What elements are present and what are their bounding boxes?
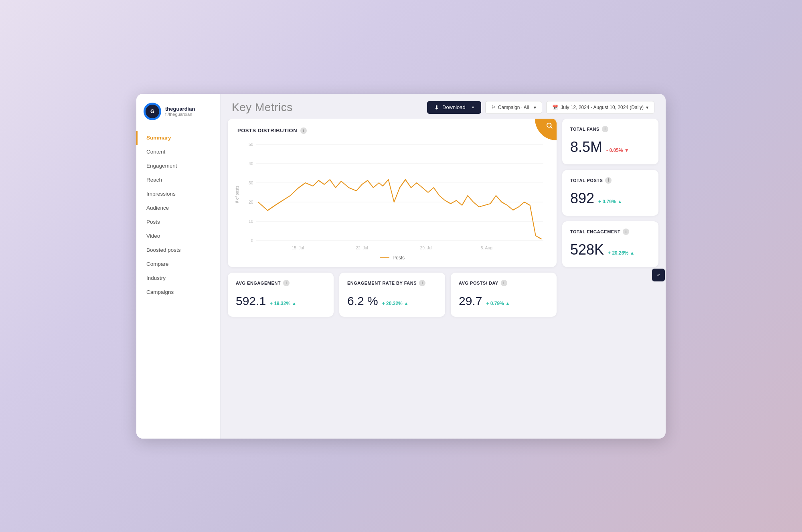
legend-line xyxy=(380,257,389,258)
svg-text:30: 30 xyxy=(249,180,253,185)
engagement-rate-bottom: 6.2 % + 20.32% ▲ xyxy=(347,294,437,309)
sidebar-item-boosted-posts[interactable]: Boosted posts xyxy=(136,243,220,257)
date-range-label: July 12, 2024 - August 10, 2024 (Daily) xyxy=(561,105,644,110)
avg-posts-day-card: AVG POSTS/ DAY i 29.7 + 0.79% ▲ xyxy=(451,273,557,317)
avg-engagement-value: 592.1 xyxy=(236,294,266,308)
sidebar-item-compare[interactable]: Compare xyxy=(136,257,220,271)
brand-handle: f /theguardian xyxy=(165,112,195,117)
total-fans-bottom: 8.5M - 0.05% ▼ xyxy=(570,139,650,157)
total-engagement-arrow-icon: ▲ xyxy=(630,250,634,256)
svg-text:20: 20 xyxy=(249,199,253,204)
total-engagement-info-icon[interactable]: i xyxy=(623,229,629,235)
topbar: Key Metrics ⬇ Download ▾ ⚐ Campaign · Al… xyxy=(221,94,666,119)
dashboard-body: POSTS DISTRIBUTION i # of posts xyxy=(221,119,666,439)
avg-posts-day-value: 29.7 xyxy=(459,294,482,308)
total-fans-arrow-icon: ▼ xyxy=(624,148,629,153)
avg-engagement-info-icon[interactable]: i xyxy=(283,280,290,286)
campaign-label: Campaign · All xyxy=(498,105,529,110)
download-icon: ⬇ xyxy=(434,104,439,111)
total-fans-label: TOTAL FANS i xyxy=(570,126,650,132)
engagement-rate-info-icon[interactable]: i xyxy=(419,280,425,286)
total-engagement-value: 528K xyxy=(570,241,604,258)
date-chevron-icon: ▾ xyxy=(646,105,648,110)
topbar-controls: ⬇ Download ▾ ⚐ Campaign · All ▾ 📅 July 1… xyxy=(427,101,654,114)
date-range-button[interactable]: 📅 July 12, 2024 - August 10, 2024 (Daily… xyxy=(546,101,654,114)
page-title: Key Metrics xyxy=(232,101,293,114)
sidebar-item-campaigns[interactable]: Campaigns xyxy=(136,285,220,299)
engagement-rate-card: ENGAGEMENT RATE BY FANS i 6.2 % + 20.32%… xyxy=(339,273,445,317)
chart-info-icon[interactable]: i xyxy=(300,127,307,134)
sidebar-item-summary[interactable]: Summary xyxy=(136,131,220,145)
logo-icon-inner: G xyxy=(145,104,160,119)
right-wrapper: « TOTAL FANS i 8.5M - 0.05% ▼ xyxy=(562,119,658,431)
download-button[interactable]: ⬇ Download ▾ xyxy=(427,101,481,114)
sidebar-item-reach[interactable]: Reach xyxy=(136,173,220,187)
total-posts-change: + 0.79% ▲ xyxy=(598,199,622,204)
brand-name: theguardian xyxy=(165,106,195,112)
total-engagement-bottom: 528K + 20.26% ▲ xyxy=(570,241,650,260)
svg-text:0: 0 xyxy=(251,238,253,243)
download-label: Download xyxy=(442,104,466,110)
engagement-rate-change: + 20.32% ▲ xyxy=(382,301,409,306)
campaign-icon: ⚐ xyxy=(491,105,496,110)
sidebar-item-impressions[interactable]: Impressions xyxy=(136,187,220,201)
avg-posts-day-change: + 0.79% ▲ xyxy=(486,301,510,306)
total-posts-label: TOTAL POSTS i xyxy=(570,177,650,184)
sidebar-item-audience[interactable]: Audience xyxy=(136,201,220,215)
total-engagement-change: + 20.26% ▲ xyxy=(608,250,634,256)
avg-engagement-change: + 19.32% ▲ xyxy=(270,301,296,306)
total-posts-info-icon[interactable]: i xyxy=(605,177,612,184)
svg-line-1 xyxy=(551,127,552,128)
avg-engagement-label: AVG ENGAGEMENT i xyxy=(236,280,326,286)
sidebar-nav: Summary Content Engagement Reach Impress… xyxy=(136,127,220,302)
avg-posts-day-bottom: 29.7 + 0.79% ▲ xyxy=(459,294,549,309)
svg-text:50: 50 xyxy=(249,142,253,146)
avg-engagement-arrow-icon: ▲ xyxy=(292,301,296,306)
campaign-chevron-icon: ▾ xyxy=(534,105,536,110)
sidebar-item-content[interactable]: Content xyxy=(136,145,220,159)
posts-distribution-card: POSTS DISTRIBUTION i # of posts xyxy=(228,119,557,267)
right-column: TOTAL FANS i 8.5M - 0.05% ▼ xyxy=(562,119,658,267)
svg-text:29. Jul: 29. Jul xyxy=(420,245,432,250)
bottom-metrics-row: AVG ENGAGEMENT i 592.1 + 19.32% ▲ xyxy=(228,273,557,317)
sidebar-item-posts[interactable]: Posts xyxy=(136,215,220,229)
sidebar-item-engagement[interactable]: Engagement xyxy=(136,159,220,173)
logo-icon: G xyxy=(144,103,161,120)
sidebar-item-industry[interactable]: Industry xyxy=(136,271,220,285)
avg-posts-day-arrow-icon: ▲ xyxy=(505,301,510,306)
posts-distribution-chart: 50 40 30 20 10 0 15. Jul 22. Jul 29. Jul… xyxy=(237,136,547,253)
total-fans-info-icon[interactable]: i xyxy=(602,126,608,132)
svg-text:5. Aug: 5. Aug xyxy=(481,245,492,250)
logo-text: theguardian f /theguardian xyxy=(165,106,195,117)
search-icon xyxy=(546,122,553,129)
chart-title-row: POSTS DISTRIBUTION i xyxy=(237,127,547,134)
app-container: G theguardian f /theguardian Summary Con… xyxy=(136,94,666,439)
chart-title: POSTS DISTRIBUTION xyxy=(237,127,297,134)
svg-text:10: 10 xyxy=(249,218,253,223)
svg-text:22. Jul: 22. Jul xyxy=(356,245,368,250)
calendar-icon: 📅 xyxy=(552,105,558,110)
sidebar-item-video[interactable]: Video xyxy=(136,229,220,243)
chart-legend: Posts xyxy=(237,255,547,261)
left-column: POSTS DISTRIBUTION i # of posts xyxy=(228,119,557,431)
engagement-rate-label: ENGAGEMENT RATE BY FANS i xyxy=(347,280,437,286)
total-posts-card: TOTAL POSTS i 892 + 0.79% ▲ xyxy=(562,170,658,216)
avg-posts-day-info-icon[interactable]: i xyxy=(501,280,507,286)
total-fans-change: - 0.05% ▼ xyxy=(606,148,629,153)
sidebar-logo: G theguardian f /theguardian xyxy=(136,94,220,127)
engagement-rate-arrow-icon: ▲ xyxy=(404,301,409,306)
total-posts-arrow-icon: ▲ xyxy=(618,199,622,204)
avg-engagement-card: AVG ENGAGEMENT i 592.1 + 19.32% ▲ xyxy=(228,273,334,317)
collapse-sidebar-button[interactable]: « xyxy=(652,269,665,281)
chart-svg-wrapper: # of posts 50 40 30 xyxy=(237,136,547,253)
main-content: Key Metrics ⬇ Download ▾ ⚐ Campaign · Al… xyxy=(221,94,666,439)
sidebar: G theguardian f /theguardian Summary Con… xyxy=(136,94,221,439)
y-axis-label: # of posts xyxy=(235,186,239,203)
total-engagement-card: TOTAL ENGAGEMENT i 528K + 20.26% ▲ xyxy=(562,221,658,267)
total-posts-value: 892 xyxy=(570,190,594,207)
total-fans-value: 8.5M xyxy=(570,139,602,156)
legend-label: Posts xyxy=(393,255,405,261)
total-fans-card: TOTAL FANS i 8.5M - 0.05% ▼ xyxy=(562,119,658,164)
campaign-filter-button[interactable]: ⚐ Campaign · All ▾ xyxy=(485,101,542,114)
avg-engagement-bottom: 592.1 + 19.32% ▲ xyxy=(236,294,326,309)
